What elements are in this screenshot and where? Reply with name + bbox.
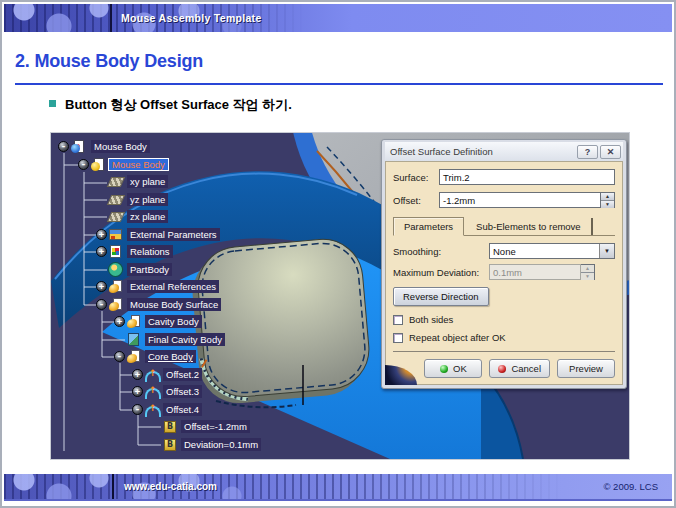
offset-label: Offset: xyxy=(393,195,439,206)
tree-item-label: Cavity Body xyxy=(145,315,202,328)
tab-parameters[interactable]: Parameters xyxy=(393,217,464,236)
close-button[interactable]: ✕ xyxy=(600,145,621,159)
offset-icon xyxy=(145,368,158,381)
header-band: Mouse Assembly Template xyxy=(4,4,672,32)
surface-icon xyxy=(127,350,140,363)
surface-icon xyxy=(127,315,140,328)
product-icon xyxy=(71,140,84,153)
tab-sub-elements[interactable]: Sub-Elements to remove xyxy=(466,218,593,235)
tree-expand-knob[interactable]: + xyxy=(132,369,143,380)
tree-item-offset-4[interactable]: -Offset.4 xyxy=(51,402,629,418)
surface-icon xyxy=(109,298,122,311)
tree-item-label: Offset.3 xyxy=(163,385,202,398)
tree-expand-knob[interactable]: - xyxy=(96,299,107,310)
tree-item-deviation-0-1mm[interactable]: Deviation=0.1mm xyxy=(51,437,629,453)
surface-input[interactable]: Trim.2 xyxy=(439,169,615,185)
max-deviation-input[interactable]: 0.1mm xyxy=(489,264,581,280)
reverse-direction-button[interactable]: Reverse Direction xyxy=(393,287,489,306)
offset-icon xyxy=(145,385,158,398)
tree-expand-knob[interactable]: - xyxy=(132,404,143,415)
both-sides-row: Both sides xyxy=(393,314,615,325)
tree-expand-knob[interactable]: - xyxy=(114,351,125,362)
cancel-red-icon xyxy=(498,365,506,373)
offset-icon xyxy=(145,403,158,416)
tree-expand-knob[interactable]: + xyxy=(96,281,107,292)
tree-item-label: Relations xyxy=(127,245,173,258)
repeat-object-label: Repeat object after OK xyxy=(409,332,506,343)
section-title: 2. Mouse Body Design xyxy=(15,51,203,72)
ok-green-icon xyxy=(440,365,448,373)
tree-item-label: Mouse Body Surface xyxy=(127,298,221,311)
dialog-buttons: OK Cancel Preview xyxy=(393,359,615,378)
dialog-body: Surface: Trim.2 Offset: -1.2mm ▲▼ Parame… xyxy=(385,161,623,385)
tree-item-label: Deviation=0.1mm xyxy=(181,438,261,451)
tree-item-label: Final Cavity Body xyxy=(145,333,225,346)
ok-button[interactable]: OK xyxy=(424,359,482,378)
repeat-object-checkbox[interactable] xyxy=(393,333,403,343)
tree-expand-knob[interactable]: + xyxy=(96,229,107,240)
tree-item-label: Core Body xyxy=(145,350,196,363)
part-icon xyxy=(91,158,104,171)
smoothing-value: None xyxy=(490,246,599,257)
tree-item-label: yz plane xyxy=(127,193,168,206)
tree-expand-knob[interactable]: + xyxy=(132,386,143,397)
parameters-tab-pane: Smoothing: None ▼ Maximum Deviation: 0.1… xyxy=(393,236,615,280)
tree-item-label: xy plane xyxy=(127,175,168,188)
offset-surface-dialog: Offset Surface Definition ? ✕ Surface: T… xyxy=(381,139,627,389)
offset-input[interactable]: -1.2mm xyxy=(439,192,601,208)
repeat-object-row: Repeat object after OK xyxy=(393,332,615,343)
tree-expand-knob[interactable]: - xyxy=(78,159,89,170)
max-deviation-label: Maximum Deviation: xyxy=(393,267,489,278)
tree-item-label: Mouse Body xyxy=(108,158,169,171)
plane-icon xyxy=(109,175,122,188)
tree-item-label: Offset.2 xyxy=(163,368,202,381)
smoothing-select[interactable]: None ▼ xyxy=(489,243,615,259)
plane-icon xyxy=(109,210,122,223)
offset-spinner[interactable]: ▲▼ xyxy=(601,192,615,208)
tree-expand-knob[interactable]: - xyxy=(58,141,69,152)
tree-item-label: Mouse Body xyxy=(91,140,150,153)
cancel-button[interactable]: Cancel xyxy=(489,359,550,378)
tree-item-label: PartBody xyxy=(127,263,172,276)
dialog-separator xyxy=(393,351,615,352)
dialog-title-bar[interactable]: Offset Surface Definition ? ✕ xyxy=(385,142,623,161)
params-icon xyxy=(109,228,122,241)
finalbody-icon xyxy=(127,333,140,346)
tree-item-label: Offset=-1.2mm xyxy=(181,420,250,433)
chevron-down-icon[interactable]: ▼ xyxy=(599,244,614,258)
tree-expand-knob[interactable]: + xyxy=(96,246,107,257)
title-underline xyxy=(15,83,663,85)
bullet-text: Button 형상 Offset Surface 작업 하기. xyxy=(65,96,292,114)
tree-item-label: Offset.4 xyxy=(163,403,202,416)
help-button[interactable]: ? xyxy=(577,145,598,159)
paramcube-icon xyxy=(163,438,176,451)
header-title: Mouse Assembly Template xyxy=(110,4,262,32)
bullet-row: Button 형상 Offset Surface 작업 하기. xyxy=(49,96,292,114)
both-sides-label: Both sides xyxy=(409,314,453,325)
dialog-title: Offset Surface Definition xyxy=(385,146,577,157)
footer-copyright: © 2009. LCS xyxy=(603,474,658,499)
ok-label: OK xyxy=(453,363,467,374)
footer-band: www.edu-catia.com © 2009. LCS xyxy=(4,474,672,501)
slide: Mouse Assembly Template 2. Mouse Body De… xyxy=(0,0,676,508)
smoothing-label: Smoothing: xyxy=(393,246,489,257)
paramcube-icon xyxy=(163,420,176,433)
partbody-icon xyxy=(109,263,122,276)
catia-screenshot: -Mouse Body-Mouse Bodyxy planeyz planezx… xyxy=(51,133,629,459)
tree-item-offset-1-2mm[interactable]: Offset=-1.2mm xyxy=(51,419,629,435)
surface-label: Surface: xyxy=(393,172,439,183)
cancel-label: Cancel xyxy=(511,363,541,374)
tree-item-label: External Parameters xyxy=(127,228,220,241)
max-deviation-spinner[interactable]: ▲▼ xyxy=(581,264,595,280)
dialog-tabs: Parameters Sub-Elements to remove xyxy=(393,217,615,236)
tree-expand-knob[interactable]: + xyxy=(114,316,125,327)
preview-button[interactable]: Preview xyxy=(557,359,615,378)
plane-icon xyxy=(109,193,122,206)
surface-icon xyxy=(109,280,122,293)
footer-site-text: www.edu-catia.com xyxy=(112,474,217,499)
relations-icon xyxy=(109,245,122,258)
tree-item-label: External References xyxy=(127,280,219,293)
both-sides-checkbox[interactable] xyxy=(393,315,403,325)
footer-pattern xyxy=(4,474,564,499)
bullet-marker xyxy=(49,100,56,107)
